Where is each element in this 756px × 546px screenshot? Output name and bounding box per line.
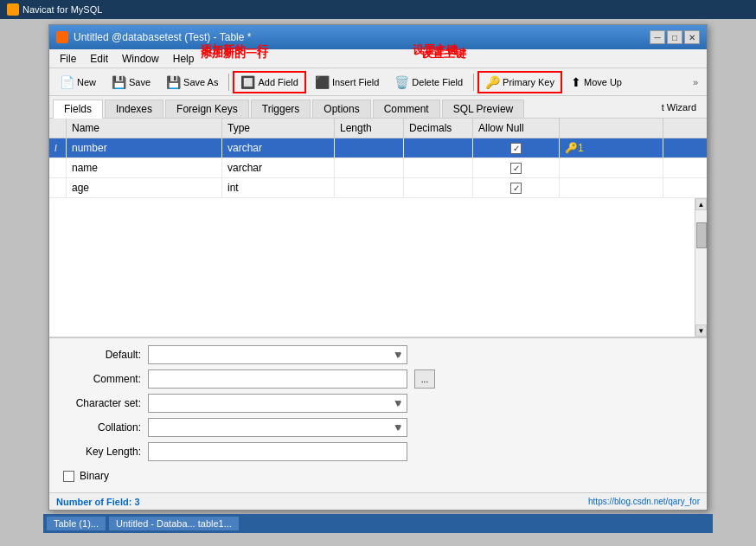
- cell-decimals-1[interactable]: [404, 138, 473, 157]
- minimize-button[interactable]: ─: [650, 30, 665, 44]
- dropdown-arrow-charset: ▼: [393, 397, 403, 409]
- insert-field-label: Insert Field: [332, 77, 379, 87]
- move-up-button[interactable]: ⬆ Move Up: [564, 71, 629, 93]
- input-charset[interactable]: ▼: [148, 394, 407, 413]
- key-badge-icon: 🔑: [565, 142, 578, 154]
- menu-edit[interactable]: Edit: [83, 51, 115, 67]
- table-row[interactable]: age int: [49, 178, 707, 198]
- menu-help[interactable]: Help: [166, 51, 202, 67]
- type-value-3: int: [227, 182, 239, 194]
- scroll-thumb[interactable]: [696, 222, 707, 248]
- binary-label: Binary: [80, 470, 109, 482]
- comment-expand-button[interactable]: ...: [414, 369, 435, 389]
- window-title-area: Untitled @databasetest (Test) - Table *: [56, 31, 251, 43]
- cell-name-3[interactable]: age: [67, 178, 222, 197]
- input-default[interactable]: ▼: [148, 345, 407, 364]
- cell-decimals-2[interactable]: [404, 158, 473, 177]
- cell-name-1[interactable]: number: [67, 138, 222, 157]
- separator-2: [473, 74, 474, 91]
- tab-indexes[interactable]: Indexes: [105, 100, 163, 118]
- col-name: Name: [67, 119, 222, 138]
- insert-field-icon: ⬛: [315, 75, 330, 89]
- cell-type-1[interactable]: varchar: [222, 138, 335, 157]
- new-button[interactable]: 📄 New: [53, 71, 103, 93]
- expand-button[interactable]: »: [688, 75, 703, 89]
- taskbar-table-item[interactable]: Table (1)...: [47, 517, 106, 530]
- label-comment: Comment:: [63, 373, 141, 385]
- taskbar-untitled-item[interactable]: Untitled - Databa... table1...: [109, 517, 239, 530]
- col-decimals: Decimals: [404, 119, 473, 138]
- cell-name-2[interactable]: name: [67, 158, 222, 177]
- name-value-3: age: [72, 182, 89, 194]
- binary-checkbox-row[interactable]: Binary: [63, 466, 693, 485]
- binary-checkbox[interactable]: [63, 471, 74, 482]
- table-row[interactable]: name varchar: [49, 158, 707, 178]
- table-row[interactable]: I number varchar 🔑 1: [49, 138, 707, 158]
- cell-allownull-3[interactable]: [473, 178, 560, 197]
- save-button[interactable]: 💾 Save: [105, 71, 157, 93]
- key-icon: 🔑: [485, 75, 500, 89]
- menu-file[interactable]: File: [53, 51, 83, 67]
- input-comment[interactable]: [148, 369, 407, 389]
- checkbox-2[interactable]: [510, 163, 522, 174]
- table-container: Name Type Length Decimals Allow Null I n…: [49, 119, 707, 337]
- checkbox-3[interactable]: [510, 183, 522, 194]
- form-row-charset: Character set: ▼: [63, 394, 693, 413]
- cell-length-2[interactable]: [335, 158, 404, 177]
- delete-field-button[interactable]: 🗑️ Delete Field: [388, 71, 470, 93]
- cell-type-2[interactable]: varchar: [222, 158, 335, 177]
- app-icon: [7, 3, 19, 16]
- cell-decimals-3[interactable]: [404, 178, 473, 197]
- vertical-scrollbar[interactable]: ▲ ▼: [695, 198, 707, 337]
- delete-field-label: Delete Field: [412, 77, 463, 87]
- cell-allownull-1[interactable]: [473, 138, 560, 157]
- tab-options[interactable]: Options: [312, 100, 370, 118]
- tab-triggers[interactable]: Triggers: [251, 100, 311, 118]
- row-indicator-1: I: [49, 138, 67, 157]
- status-bar: Number of Field: 3 https://blog.csdn.net…: [49, 492, 707, 510]
- status-link[interactable]: https://blog.csdn.net/qary_for: [588, 497, 700, 506]
- col-type: Type: [222, 119, 335, 138]
- window-controls[interactable]: ─ □ ✕: [650, 30, 700, 44]
- label-collation: Collation:: [63, 421, 141, 434]
- input-keylength[interactable]: [148, 442, 407, 461]
- cell-type-3[interactable]: int: [222, 178, 335, 197]
- save-label: Save: [129, 77, 151, 87]
- dropdown-arrow-collation: ▼: [393, 421, 403, 434]
- scroll-up-arrow[interactable]: ▲: [695, 198, 707, 210]
- cell-allownull-2[interactable]: [473, 158, 560, 177]
- col-length: Length: [335, 119, 404, 138]
- add-field-label: Add Field: [258, 77, 298, 87]
- row-indicator-2: [49, 158, 67, 177]
- bottom-panel: Default: ▼ Comment: ... Character set: ▼…: [49, 337, 707, 492]
- tab-foreign-keys[interactable]: Foreign Keys: [165, 100, 249, 118]
- tab-sql-preview[interactable]: SQL Preview: [442, 100, 525, 118]
- separator-1: [228, 74, 229, 91]
- move-up-label: Move Up: [584, 77, 622, 87]
- save-as-button[interactable]: 💾 Save As: [159, 71, 225, 93]
- insert-field-button[interactable]: ⬛ Insert Field: [308, 71, 386, 93]
- app-title: Navicat for MySQL: [7, 3, 102, 16]
- name-value-2: name: [72, 162, 98, 174]
- input-collation[interactable]: ▼: [148, 418, 407, 437]
- cell-length-1[interactable]: [335, 138, 404, 157]
- move-up-icon: ⬆: [571, 75, 581, 89]
- new-label: New: [77, 77, 96, 87]
- type-value-1: varchar: [227, 142, 262, 154]
- cell-length-3[interactable]: [335, 178, 404, 197]
- scroll-down-arrow[interactable]: ▼: [695, 324, 707, 337]
- menu-window[interactable]: Window: [115, 51, 166, 67]
- maximize-button[interactable]: □: [667, 30, 682, 44]
- wizard-button[interactable]: t Wizard: [655, 100, 703, 119]
- os-taskbar: Navicat for MySQL: [0, 0, 756, 19]
- row-indicator-3: [49, 178, 67, 197]
- close-button[interactable]: ✕: [684, 30, 700, 44]
- field-count: Number of Field: 3: [56, 497, 140, 507]
- empty-rows-area: ▲ ▼: [49, 198, 707, 337]
- add-field-button[interactable]: 🔲 Add Field: [233, 71, 305, 93]
- name-value-1: number: [72, 142, 107, 154]
- tab-fields[interactable]: Fields: [53, 100, 103, 119]
- tab-comment[interactable]: Comment: [373, 100, 440, 118]
- checkbox-1[interactable]: [510, 143, 522, 154]
- primary-key-button[interactable]: 🔑 Primary Key: [477, 71, 562, 93]
